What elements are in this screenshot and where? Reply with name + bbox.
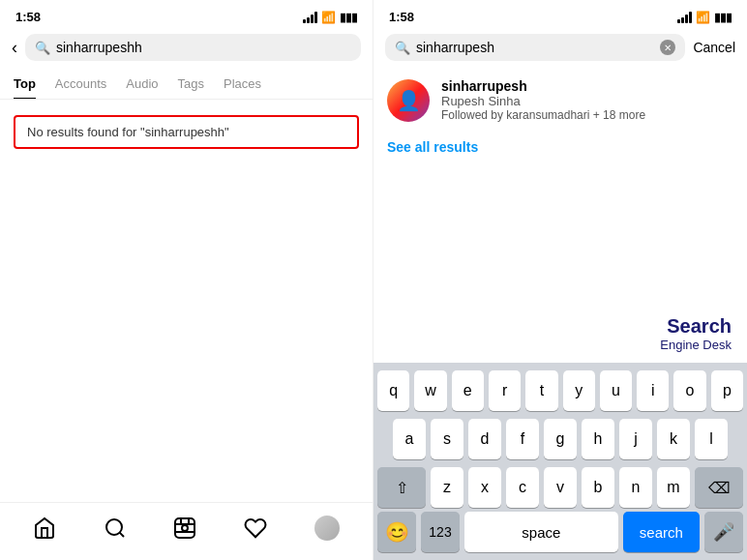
key-shift[interactable]: ⇧ <box>377 467 426 508</box>
bottom-nav <box>0 502 373 560</box>
right-wifi-icon: 📶 <box>696 11 710 24</box>
sed-engine-text: Engine Desk <box>660 338 732 352</box>
right-panel: 1:58 📶 ▮▮▮ 🔍 sinharrupesh ✕ Cancel <box>374 0 747 560</box>
keyboard: q w e r t y u i o p a s d f g <box>374 363 747 560</box>
right-status-icons: 📶 ▮▮▮ <box>677 11 732 24</box>
right-status-bar: 1:58 📶 ▮▮▮ <box>374 0 747 28</box>
key-backspace[interactable]: ⌫ <box>695 467 743 508</box>
right-signal-bars-icon <box>677 12 692 23</box>
nav-search[interactable] <box>104 516 127 540</box>
no-results-text: No results found for "sinharrupeshh" <box>27 125 229 139</box>
result-followed-by: Followed by karansumadhari + 18 more <box>441 108 733 122</box>
tab-top[interactable]: Top <box>14 69 36 99</box>
tab-audio[interactable]: Audio <box>126 69 158 99</box>
key-j[interactable]: j <box>619 419 652 459</box>
svg-rect-2 <box>175 518 194 538</box>
search-clear-button[interactable]: ✕ <box>660 40 675 55</box>
key-u[interactable]: u <box>600 370 632 411</box>
key-space[interactable]: space <box>464 512 618 552</box>
key-search[interactable]: search <box>623 512 700 552</box>
left-status-icons: 📶 ▮▮▮ <box>303 11 357 24</box>
key-e[interactable]: e <box>452 370 484 411</box>
key-c[interactable]: c <box>506 467 539 508</box>
key-i[interactable]: i <box>637 370 669 411</box>
svg-point-0 <box>106 519 122 535</box>
key-mic[interactable]: 🎤 <box>704 512 743 552</box>
key-t[interactable]: t <box>525 370 557 411</box>
back-button[interactable]: ‹ <box>12 38 17 58</box>
svg-line-1 <box>120 532 124 536</box>
key-d[interactable]: d <box>468 419 501 459</box>
search-result-item[interactable]: 👤 sinharrupesh Rupesh Sinha Followed by … <box>374 69 747 132</box>
key-b[interactable]: b <box>582 467 614 508</box>
left-status-bar: 1:58 📶 ▮▮▮ <box>0 0 373 28</box>
no-results-box: No results found for "sinharrupeshh" <box>14 115 359 149</box>
key-l[interactable]: l <box>695 419 728 459</box>
left-search-input[interactable]: 🔍 sinharrupeshh <box>25 34 361 61</box>
right-battery-icon: ▮▮▮ <box>714 11 732 24</box>
key-v[interactable]: v <box>544 467 577 508</box>
left-tabs: Top Accounts Audio Tags Places <box>0 69 373 100</box>
key-k[interactable]: k <box>657 419 690 459</box>
left-search-text: sinharrupeshh <box>56 40 142 55</box>
key-emoji[interactable]: 😊 <box>377 512 416 552</box>
right-search-input[interactable]: 🔍 sinharrupesh ✕ <box>385 34 685 61</box>
cancel-button[interactable]: Cancel <box>693 40 735 55</box>
key-w[interactable]: w <box>414 370 446 411</box>
keyboard-row-2: a s d f g h j k l <box>377 419 743 459</box>
result-username: sinharrupesh <box>441 78 733 94</box>
search-icon: 🔍 <box>35 41 50 55</box>
key-123[interactable]: 123 <box>421 512 460 552</box>
keyboard-row-1: q w e r t y u i o p <box>377 370 743 411</box>
keyboard-bottom-row: 😊 123 space search 🎤 <box>374 512 747 560</box>
nav-heart[interactable] <box>244 516 267 540</box>
key-p[interactable]: p <box>711 370 743 411</box>
key-a[interactable]: a <box>393 419 426 459</box>
right-time: 1:58 <box>389 10 414 24</box>
key-y[interactable]: y <box>563 370 595 411</box>
right-search-bar-row: 🔍 sinharrupesh ✕ Cancel <box>374 28 747 69</box>
key-r[interactable]: r <box>489 370 521 411</box>
left-panel: 1:58 📶 ▮▮▮ ‹ 🔍 sinharrupeshh Top <box>0 0 374 560</box>
key-n[interactable]: n <box>619 467 652 508</box>
svg-point-3 <box>182 525 188 531</box>
nav-reels[interactable] <box>173 516 196 540</box>
result-info: sinharrupesh Rupesh Sinha Followed by ka… <box>441 78 733 122</box>
key-m[interactable]: m <box>657 467 690 508</box>
tab-accounts[interactable]: Accounts <box>55 69 106 99</box>
nav-home[interactable] <box>33 516 56 540</box>
sed-branding: Search Engine Desk <box>660 315 732 352</box>
key-o[interactable]: o <box>673 370 705 411</box>
key-q[interactable]: q <box>377 370 409 411</box>
result-avatar: 👤 <box>387 79 430 122</box>
key-h[interactable]: h <box>582 419 614 459</box>
battery-icon: ▮▮▮ <box>340 11 357 24</box>
tab-tags[interactable]: Tags <box>178 69 204 99</box>
right-search-icon: 🔍 <box>395 41 410 55</box>
see-all-results-link[interactable]: See all results <box>374 132 747 162</box>
tab-places[interactable]: Places <box>224 69 261 99</box>
key-s[interactable]: s <box>431 419 463 459</box>
nav-profile[interactable] <box>314 516 340 541</box>
wifi-icon: 📶 <box>321 11 336 24</box>
signal-bars-icon <box>303 12 317 23</box>
key-x[interactable]: x <box>468 467 501 508</box>
left-search-bar-row: ‹ 🔍 sinharrupeshh <box>0 28 373 69</box>
right-search-text: sinharrupesh <box>416 40 494 55</box>
key-z[interactable]: z <box>431 467 463 508</box>
sed-search-text: Search <box>660 315 732 338</box>
result-fullname: Rupesh Sinha <box>441 94 733 108</box>
key-f[interactable]: f <box>506 419 539 459</box>
key-g[interactable]: g <box>544 419 577 459</box>
left-time: 1:58 <box>15 10 41 24</box>
keyboard-row-3: ⇧ z x c v b n m ⌫ <box>377 467 743 508</box>
keyboard-rows: q w e r t y u i o p a s d f g <box>374 363 747 512</box>
